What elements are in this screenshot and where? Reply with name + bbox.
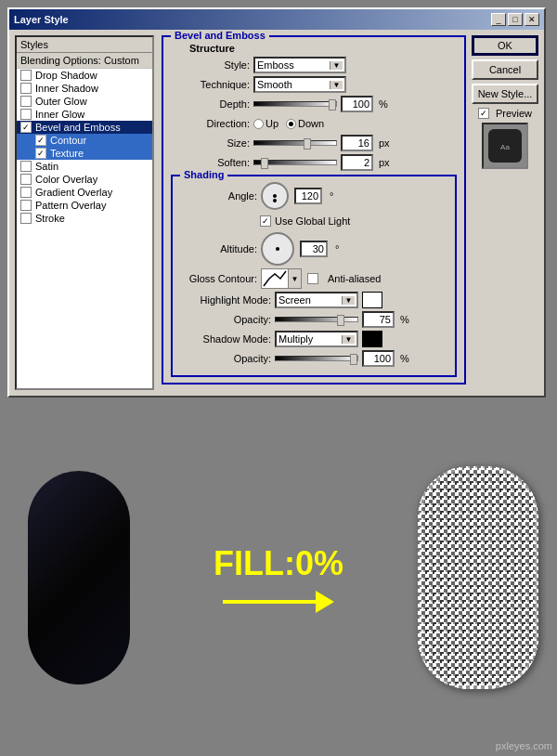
texture-checkbox[interactable] xyxy=(35,148,46,159)
style-item-inner-glow[interactable]: Inner Glow xyxy=(17,108,152,121)
dialog-title: Layer Style xyxy=(14,14,69,25)
demo-inner: FILL:0% xyxy=(0,399,557,756)
style-item-gradient-overlay[interactable]: Gradient Overlay xyxy=(17,186,152,199)
blending-options-item[interactable]: Blending Options: Custom xyxy=(17,53,152,69)
styles-panel-header: Styles xyxy=(17,37,152,53)
style-item-bevel-emboss[interactable]: Bevel and Emboss xyxy=(17,121,152,134)
direction-down-radio[interactable] xyxy=(286,119,296,129)
shadow-opacity-thumb[interactable] xyxy=(350,354,357,365)
shadow-mode-select[interactable]: Multiply ▼ xyxy=(275,331,358,347)
direction-down-option[interactable]: Down xyxy=(286,118,324,129)
direction-up-option[interactable]: Up xyxy=(253,118,278,129)
cancel-button[interactable]: Cancel xyxy=(472,59,538,80)
gloss-contour-preview[interactable]: ▼ xyxy=(261,268,302,289)
depth-slider-thumb[interactable] xyxy=(329,99,336,111)
inner-glow-label: Inner Glow xyxy=(35,109,84,120)
anti-aliased-checkbox[interactable] xyxy=(307,273,318,284)
texture-label: Texture xyxy=(50,148,84,159)
bevel-emboss-section: Bevel and Emboss Structure Style: Emboss… xyxy=(162,35,466,385)
styles-panel: Styles Blending Options: Custom Drop Sha… xyxy=(15,35,154,390)
altitude-input[interactable]: 30 xyxy=(300,241,328,257)
soften-slider-thumb[interactable] xyxy=(261,158,268,169)
preview-box: Aa xyxy=(482,123,528,169)
angle-input[interactable]: 120 xyxy=(294,188,322,204)
color-overlay-checkbox[interactable] xyxy=(20,174,32,185)
angle-circle[interactable] xyxy=(261,182,289,210)
gradient-overlay-checkbox[interactable] xyxy=(20,187,32,198)
shadow-mode-arrow[interactable]: ▼ xyxy=(342,335,355,344)
technique-dropdown-arrow[interactable]: ▼ xyxy=(330,81,343,89)
technique-select[interactable]: Smooth ▼ xyxy=(253,76,346,93)
direction-up-radio[interactable] xyxy=(253,119,264,129)
soften-slider[interactable] xyxy=(253,160,337,165)
soften-field-label: Soften: xyxy=(171,157,250,168)
style-item-inner-shadow[interactable]: Inner Shadow xyxy=(17,82,152,95)
style-item-color-overlay[interactable]: Color Overlay xyxy=(17,173,152,186)
new-style-button[interactable]: New Style... xyxy=(472,84,538,104)
angle-indicator xyxy=(273,199,277,202)
contour-checkbox[interactable] xyxy=(35,135,46,146)
color-overlay-label: Color Overlay xyxy=(35,174,97,185)
style-select[interactable]: Emboss ▼ xyxy=(253,57,346,73)
highlight-opacity-slider[interactable] xyxy=(275,317,358,322)
watermark: pxleyes.com xyxy=(496,740,552,751)
minimize-button[interactable]: _ xyxy=(491,13,506,26)
arrow xyxy=(223,593,334,611)
shadow-color-swatch[interactable] xyxy=(362,331,382,347)
shadow-opacity-input[interactable]: 100 xyxy=(362,350,395,367)
highlight-opacity-thumb[interactable] xyxy=(337,315,344,326)
size-input[interactable]: 16 xyxy=(341,135,373,151)
bevel-emboss-checkbox[interactable] xyxy=(20,122,32,133)
pattern-overlay-checkbox[interactable] xyxy=(20,200,32,211)
style-item-contour[interactable]: Contour xyxy=(17,134,152,147)
style-item-drop-shadow[interactable]: Drop Shadow xyxy=(17,69,152,82)
gloss-contour-dropdown-arrow[interactable]: ▼ xyxy=(288,269,301,288)
arrow-head xyxy=(316,591,334,613)
drop-shadow-label: Drop Shadow xyxy=(35,70,97,81)
highlight-color-swatch[interactable] xyxy=(362,292,382,308)
altitude-circle[interactable] xyxy=(261,232,294,266)
size-slider[interactable] xyxy=(253,140,337,146)
drop-shadow-checkbox[interactable] xyxy=(20,70,32,81)
shadow-mode-label: Shadow Mode: xyxy=(178,333,271,345)
contour-label: Contour xyxy=(50,135,86,146)
angle-field-label: Angle: xyxy=(178,190,257,202)
depth-input[interactable]: 100 xyxy=(341,96,373,112)
highlight-opacity-input[interactable]: 75 xyxy=(362,311,395,328)
global-light-checkbox[interactable] xyxy=(260,215,271,227)
highlight-mode-select[interactable]: Screen ▼ xyxy=(275,292,358,308)
altitude-field-label: Altitude: xyxy=(178,243,257,254)
style-item-texture[interactable]: Texture xyxy=(17,147,152,160)
altitude-row: Altitude: 30 ° xyxy=(178,232,449,266)
fill-text: FILL:0% xyxy=(214,544,343,583)
ok-button[interactable]: OK xyxy=(472,35,538,56)
satin-checkbox[interactable] xyxy=(20,161,32,172)
style-dropdown-arrow[interactable]: ▼ xyxy=(330,61,343,70)
style-item-satin[interactable]: Satin xyxy=(17,160,152,173)
inner-glow-checkbox[interactable] xyxy=(20,109,32,120)
close-button[interactable]: ✕ xyxy=(525,13,539,26)
size-slider-thumb[interactable] xyxy=(304,138,311,150)
style-item-stroke[interactable]: Stroke xyxy=(17,212,152,225)
soften-input[interactable]: 2 xyxy=(341,154,373,171)
direction-row: Direction: Up Down xyxy=(171,115,457,132)
svg-text:Aa: Aa xyxy=(500,143,510,151)
stroke-checkbox[interactable] xyxy=(20,213,32,224)
preview-checkbox[interactable] xyxy=(478,108,489,119)
style-item-outer-glow[interactable]: Outer Glow xyxy=(17,95,152,108)
inner-shadow-label: Inner Shadow xyxy=(35,83,98,94)
highlight-mode-arrow[interactable]: ▼ xyxy=(342,296,355,305)
pill-before xyxy=(28,471,130,684)
layer-style-dialog: Layer Style _ □ ✕ Styles Blending Option… xyxy=(7,7,546,398)
shadow-mode-row: Shadow Mode: Multiply ▼ xyxy=(178,331,449,347)
style-item-pattern-overlay[interactable]: Pattern Overlay xyxy=(17,199,152,212)
inner-shadow-checkbox[interactable] xyxy=(20,83,32,94)
shadow-opacity-slider[interactable] xyxy=(275,356,358,361)
direction-down-label: Down xyxy=(298,118,324,129)
direction-up-label: Up xyxy=(266,118,278,129)
depth-slider[interactable] xyxy=(253,101,337,107)
arrow-line xyxy=(223,600,316,604)
global-light-label: Use Global Light xyxy=(275,215,350,227)
outer-glow-checkbox[interactable] xyxy=(20,96,32,107)
maximize-button[interactable]: □ xyxy=(508,13,523,26)
